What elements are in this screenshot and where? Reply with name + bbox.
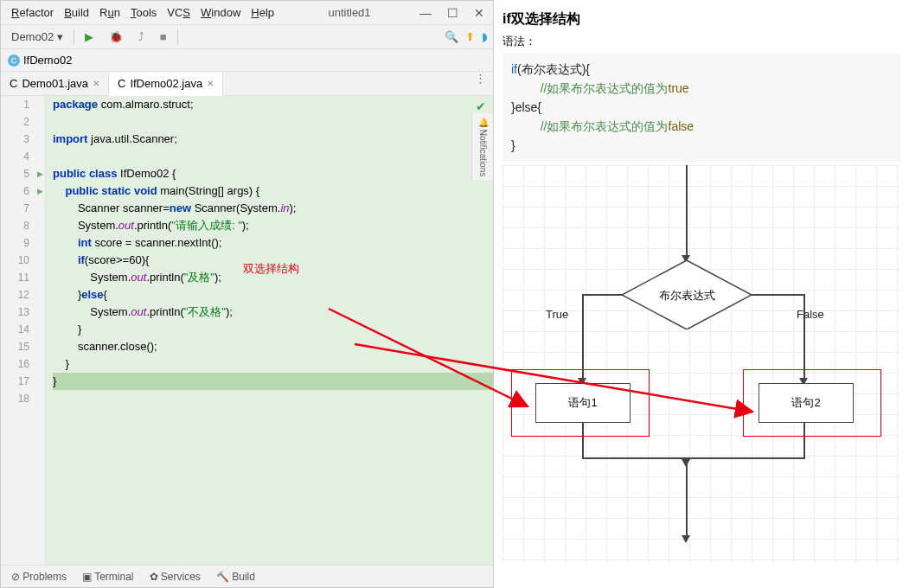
window-title: untitled1 (279, 6, 419, 19)
syntax-block: if(布尔表达式){ //如果布尔表达式的值为true }else{ //如果布… (503, 53, 900, 162)
status-check-icon: ✔ (476, 98, 486, 115)
notes-heading: if双选择结构 (503, 10, 900, 29)
update-icon[interactable]: ⬆ (465, 30, 475, 43)
close-tab-icon[interactable]: ✕ (207, 79, 214, 88)
class-icon: C (8, 54, 20, 67)
stop-icon[interactable]: ■ (155, 29, 172, 44)
label-true: True (546, 308, 568, 321)
ide-window: Refactor Build Run Tools VCS Window Help… (0, 0, 494, 588)
menu-build[interactable]: Build (59, 4, 94, 21)
tab-more-icon[interactable]: ⋮ (468, 72, 493, 95)
close-tab-icon[interactable]: ✕ (93, 79, 99, 88)
problems-tab[interactable]: ⊘ Problems (11, 571, 67, 583)
run-gutter-icon[interactable]: ▶ (37, 169, 43, 178)
flowchart: 布尔表达式 True False 语句1 语句2 (503, 165, 900, 563)
problems-icon: ⊘ (11, 571, 20, 583)
gutter: 1 2 3 4 5▶ 6▶ 7 8 9 10 11 12 13 14 15 16… (1, 96, 46, 565)
red-annotation: 双选择结构 (243, 260, 299, 278)
code-area[interactable]: ✔ 🔔 Notifications package com.almaro.str… (46, 96, 493, 565)
tab-ifdemo02[interactable]: C IfDemo02.java ✕ (109, 72, 223, 96)
label-false: False (797, 308, 824, 321)
highlight-box-2 (743, 369, 881, 437)
editor[interactable]: 1 2 3 4 5▶ 6▶ 7 8 9 10 11 12 13 14 15 16… (1, 96, 493, 565)
menu-run[interactable]: Run (94, 4, 125, 21)
services-tab[interactable]: ✿ Services (150, 571, 201, 583)
coverage-icon[interactable]: ⤴ (133, 29, 150, 44)
services-icon: ✿ (150, 571, 158, 583)
minimize-icon[interactable]: — (419, 6, 432, 20)
terminal-icon: ▣ (82, 571, 92, 583)
notifications-tab[interactable]: 🔔 Notifications (471, 113, 493, 180)
run-gutter-icon[interactable]: ▶ (37, 187, 43, 195)
breadcrumb-label: IfDemo02 (23, 54, 72, 67)
menu-window[interactable]: Window (195, 4, 246, 21)
menu-tools[interactable]: Tools (125, 4, 162, 21)
search-icon[interactable]: 🔍 (445, 30, 458, 43)
menubar: Refactor Build Run Tools VCS Window Help… (1, 1, 493, 25)
notes-subtitle: 语法： (503, 34, 900, 49)
class-icon: C (10, 77, 17, 90)
menu-vcs[interactable]: VCS (162, 4, 195, 21)
highlight-box-1 (511, 369, 650, 437)
menu-refactor[interactable]: Refactor (6, 4, 59, 21)
close-icon[interactable]: ✕ (474, 6, 484, 20)
bottom-bar: ⊘ Problems ▣ Terminal ✿ Services 🔨 Build (1, 565, 493, 587)
terminal-tab[interactable]: ▣ Terminal (82, 571, 133, 583)
breadcrumb[interactable]: C IfDemo02 (1, 49, 493, 72)
class-icon: C (118, 77, 125, 90)
maximize-icon[interactable]: ☐ (447, 6, 458, 20)
tab-demo01[interactable]: C Demo01.java ✕ (1, 72, 109, 95)
toolbar: Demo02 ▾ ▶ 🐞 ⤴ ■ 🔍 ⬆ ◗ (1, 25, 493, 49)
run-icon[interactable]: ▶ (80, 29, 99, 44)
diamond-condition: 布尔表达式 (622, 260, 752, 329)
brand-icon[interactable]: ◗ (482, 30, 488, 43)
notes-panel: if双选择结构 语法： if(布尔表达式){ //如果布尔表达式的值为true … (494, 0, 909, 588)
editor-tabs: C Demo01.java ✕ C IfDemo02.java ✕ ⋮ (1, 72, 493, 96)
build-icon: 🔨 (216, 571, 229, 583)
build-tab[interactable]: 🔨 Build (216, 571, 255, 583)
menu-help[interactable]: Help (246, 4, 279, 21)
debug-icon[interactable]: 🐞 (104, 29, 128, 44)
run-config-selector[interactable]: Demo02 ▾ (6, 29, 68, 44)
